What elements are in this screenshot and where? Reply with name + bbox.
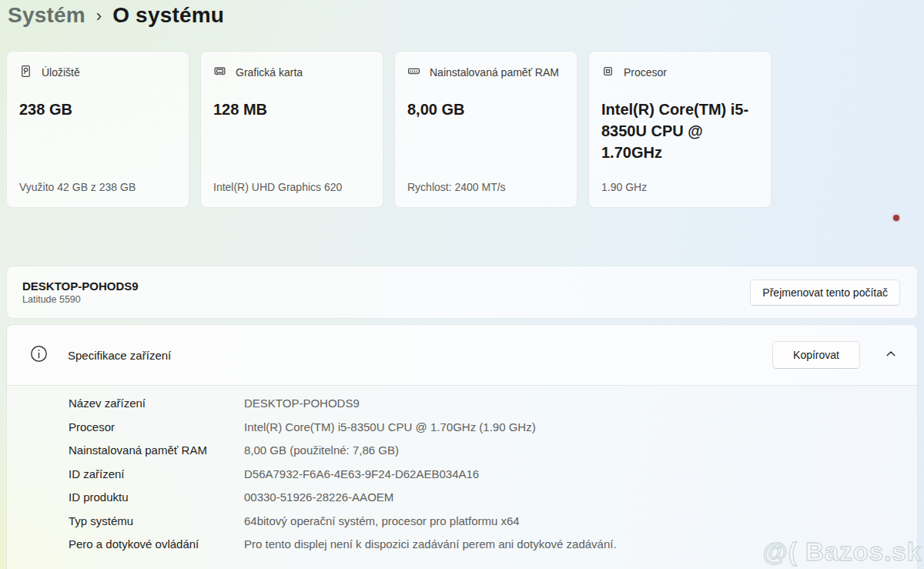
device-specs-card: Specifikace zařízení Kopírovat Název zař… <box>6 324 918 569</box>
spec-row-system-type: Typ systému 64bitový operační systém, pr… <box>7 514 917 538</box>
card-ram[interactable]: Nainstalovaná paměť RAM 8,00 GB Rychlost… <box>394 51 578 208</box>
spec-value: 00330-51926-28226-AAOEM <box>244 490 393 504</box>
spec-label: Typ systému <box>69 514 244 527</box>
card-gpu[interactable]: Grafická karta 128 MB Intel(R) UHD Graph… <box>200 51 383 208</box>
spec-label: ID produktu <box>69 490 244 504</box>
card-cpu-value: Intel(R) Core(TM) i5-8350U CPU @ 1.70GHz <box>601 99 758 163</box>
spec-row-pen-touch: Pero a dotykové ovládání Pro tento displ… <box>7 537 917 561</box>
spec-label: Nainstalovaná paměť RAM <box>69 443 244 457</box>
spec-label: Procesor <box>69 420 244 433</box>
spec-value: 64bitový operační systém, procesor pro p… <box>244 514 520 527</box>
cpu-icon <box>601 65 614 81</box>
card-gpu-label: Grafická karta <box>236 64 303 82</box>
card-storage[interactable]: Úložiště 238 GB Využito 42 GB z 238 GB <box>6 51 189 208</box>
card-storage-label: Úložiště <box>42 64 80 82</box>
chevron-right-icon: › <box>96 5 102 26</box>
breadcrumb: Systém › O systému <box>8 3 224 28</box>
spec-value: D56A7932-F6A6-4E63-9F24-D62AEB034A16 <box>244 467 479 480</box>
spec-value: DESKTOP-POHODS9 <box>244 397 360 410</box>
spec-row-ram: Nainstalovaná paměť RAM 8,00 GB (použite… <box>7 443 917 467</box>
card-cpu[interactable]: Procesor Intel(R) Core(TM) i5-8350U CPU … <box>588 51 772 208</box>
gpu-icon <box>213 65 226 81</box>
card-ram-value: 8,00 GB <box>407 99 564 120</box>
card-storage-value: 238 GB <box>19 99 176 120</box>
settings-about-page: { "breadcrumb": { "parent": "Systém", "s… <box>0 0 924 569</box>
device-name-card: DESKTOP-POHODS9 Latitude 5590 Přejmenova… <box>6 266 918 319</box>
storage-icon <box>19 65 32 81</box>
card-cpu-caption: 1.90 GHz <box>601 181 758 193</box>
info-icon <box>30 345 48 366</box>
device-name: DESKTOP-POHODS9 <box>22 279 139 293</box>
spec-label: Pero a dotykové ovládání <box>69 537 244 551</box>
device-specs-title: Specifikace zařízení <box>68 349 171 362</box>
card-ram-caption: Rychlost: 2400 MT/s <box>407 181 564 193</box>
spec-label: ID zařízení <box>69 467 244 480</box>
copy-button[interactable]: Kopírovat <box>772 341 860 369</box>
page-title: O systému <box>112 3 224 28</box>
spec-value: Intel(R) Core(TM) i5-8350U CPU @ 1.70GHz… <box>244 420 536 433</box>
spec-row-processor: Procesor Intel(R) Core(TM) i5-8350U CPU … <box>7 420 917 444</box>
spec-row-device-id: ID zařízení D56A7932-F6A6-4E63-9F24-D62A… <box>7 467 917 491</box>
card-gpu-value: 128 MB <box>213 99 370 120</box>
device-specs-body: Název zařízení DESKTOP-POHODS9 Procesor … <box>7 386 917 561</box>
summary-cards: Úložiště 238 GB Využito 42 GB z 238 GB G… <box>6 51 772 208</box>
spec-value: Pro tento displej není k dispozici zadáv… <box>244 537 617 551</box>
breadcrumb-system[interactable]: Systém <box>8 3 85 28</box>
device-specs-header[interactable]: Specifikace zařízení Kopírovat <box>7 325 917 386</box>
spec-label: Název zařízení <box>69 397 244 410</box>
card-gpu-caption: Intel(R) UHD Graphics 620 <box>213 181 370 193</box>
spec-row-product-id: ID produktu 00330-51926-28226-AAOEM <box>7 490 917 514</box>
chevron-up-icon[interactable] <box>882 345 900 366</box>
recording-dot <box>893 215 899 221</box>
spec-value: 8,00 GB (použitelné: 7,86 GB) <box>244 443 399 457</box>
card-ram-label: Nainstalovaná paměť RAM <box>430 64 559 82</box>
card-storage-caption: Využito 42 GB z 238 GB <box>19 181 176 193</box>
card-cpu-label: Procesor <box>624 64 667 82</box>
rename-pc-button[interactable]: Přejmenovat tento počítač <box>750 279 900 306</box>
ram-icon <box>407 65 420 81</box>
spec-row-device-name: Název zařízení DESKTOP-POHODS9 <box>7 397 917 420</box>
device-model: Latitude 5590 <box>22 294 139 305</box>
